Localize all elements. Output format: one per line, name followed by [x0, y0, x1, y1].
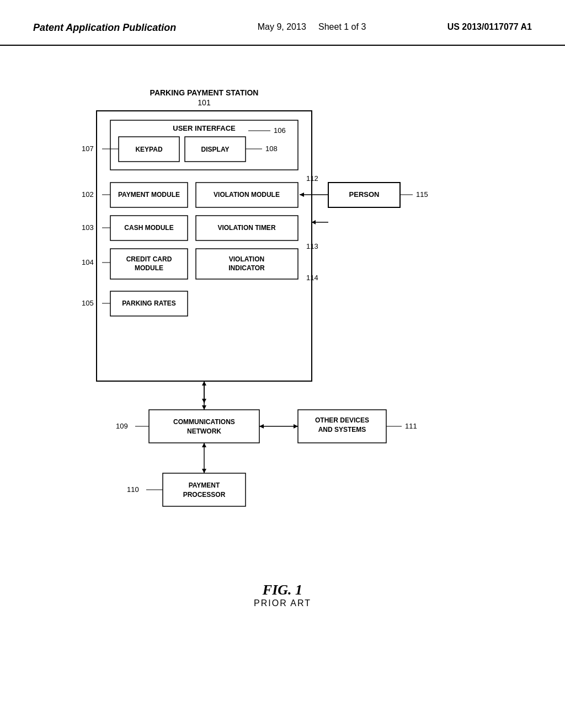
- svg-marker-50: [202, 405, 206, 410]
- date: May 9, 2013: [258, 22, 306, 31]
- svg-text:CASH MODULE: CASH MODULE: [124, 224, 173, 232]
- svg-text:PARKING RATES: PARKING RATES: [122, 299, 176, 307]
- publication-title: Patent Application Publication: [33, 22, 176, 34]
- svg-marker-77: [300, 192, 304, 197]
- svg-marker-53: [202, 399, 206, 403]
- patent-number: US 2013/0117077 A1: [447, 22, 532, 32]
- svg-marker-69: [202, 469, 206, 473]
- svg-text:106: 106: [274, 126, 286, 135]
- svg-text:PAYMENT: PAYMENT: [189, 481, 220, 489]
- svg-text:PERSON: PERSON: [349, 190, 380, 199]
- svg-text:VIOLATION TIMER: VIOLATION TIMER: [217, 224, 275, 232]
- svg-text:MODULE: MODULE: [135, 264, 163, 272]
- svg-text:VIOLATION MODULE: VIOLATION MODULE: [214, 191, 280, 199]
- svg-text:CREDIT CARD: CREDIT CARD: [126, 255, 172, 263]
- svg-text:VIOLATION: VIOLATION: [229, 255, 264, 263]
- svg-text:109: 109: [116, 422, 128, 430]
- diagram-area: PARKING PAYMENT STATION 101 USER INTERFA…: [0, 46, 565, 652]
- svg-text:DISPLAY: DISPLAY: [201, 146, 230, 153]
- svg-text:105: 105: [82, 299, 94, 307]
- svg-text:108: 108: [265, 144, 278, 153]
- diagram-svg: PARKING PAYMENT STATION 101 USER INTERFA…: [0, 46, 565, 652]
- svg-text:KEYPAD: KEYPAD: [135, 146, 162, 153]
- svg-text:COMMUNICATIONS: COMMUNICATIONS: [173, 418, 235, 426]
- svg-marker-70: [202, 443, 206, 447]
- svg-text:PROCESSOR: PROCESSOR: [183, 491, 226, 499]
- svg-text:114: 114: [306, 274, 318, 282]
- svg-text:PAYMENT MODULE: PAYMENT MODULE: [118, 191, 180, 199]
- svg-text:111: 111: [405, 422, 417, 430]
- svg-text:OTHER DEVICES: OTHER DEVICES: [315, 416, 369, 424]
- svg-marker-62: [259, 424, 264, 429]
- figure-label: FIG. 1 PRIOR ART: [254, 582, 311, 608]
- svg-text:115: 115: [416, 190, 428, 199]
- svg-marker-47: [312, 220, 316, 224]
- svg-marker-61: [294, 424, 298, 429]
- svg-text:PARKING PAYMENT STATION: PARKING PAYMENT STATION: [150, 88, 259, 97]
- page-header: Patent Application Publication May 9, 20…: [0, 0, 565, 46]
- svg-rect-55: [149, 410, 259, 443]
- sheet: Sheet 1 of 3: [318, 22, 366, 31]
- svg-text:INDICATOR: INDICATOR: [228, 264, 265, 272]
- svg-text:101: 101: [198, 98, 211, 107]
- svg-text:107: 107: [82, 144, 94, 153]
- svg-text:AND SYSTEMS: AND SYSTEMS: [318, 426, 366, 433]
- svg-text:USER INTERFACE: USER INTERFACE: [173, 124, 236, 132]
- header-center: May 9, 2013 Sheet 1 of 3: [258, 22, 366, 32]
- figure-number: FIG. 1: [254, 582, 311, 598]
- svg-text:110: 110: [127, 485, 139, 494]
- svg-text:113: 113: [306, 242, 318, 250]
- svg-marker-54: [202, 381, 206, 386]
- svg-text:102: 102: [82, 190, 94, 199]
- svg-text:NETWORK: NETWORK: [187, 427, 221, 435]
- svg-text:112: 112: [306, 174, 318, 183]
- svg-text:103: 103: [82, 223, 94, 232]
- figure-subtitle: PRIOR ART: [254, 598, 311, 608]
- svg-text:104: 104: [82, 258, 94, 266]
- svg-rect-71: [163, 473, 246, 506]
